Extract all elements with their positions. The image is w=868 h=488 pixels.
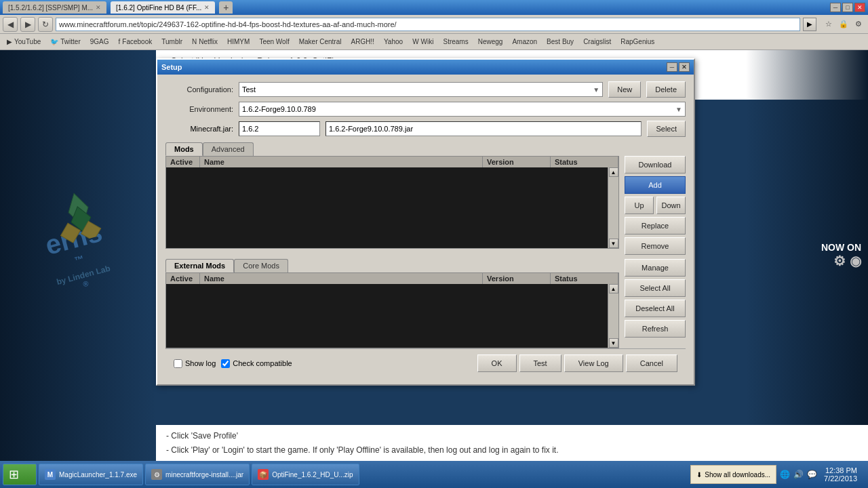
back-btn[interactable]: ◀ — [3, 17, 18, 32]
new-button[interactable]: New — [608, 81, 641, 98]
bottom-table-body[interactable] — [165, 284, 608, 348]
new-tab-btn[interactable]: + — [219, 1, 233, 14]
check-compatible-text: Check compatible — [233, 359, 292, 367]
bookmark-amazon[interactable]: Amazon — [508, 37, 541, 47]
dialog-minimize-btn[interactable]: ─ — [667, 62, 677, 72]
mods-table-body[interactable] — [165, 167, 608, 249]
show-log-label[interactable]: Show log — [174, 359, 216, 368]
bookmark-twitter-label: Twitter — [60, 38, 80, 45]
delete-button[interactable]: Delete — [646, 81, 686, 98]
bookmark-argh-label: ARGH!! — [351, 38, 374, 45]
tab-core-mods[interactable]: Core Mods — [234, 259, 288, 272]
forward-btn[interactable]: ▶ — [20, 17, 35, 32]
address-bar[interactable]: www.minecraftforum.net/topic/249637-162-… — [56, 18, 800, 31]
bookmark-twitter[interactable]: 🐦 Twitter — [46, 37, 84, 47]
show-all-downloads-label: Show all downloads... — [705, 471, 770, 479]
cancel-button[interactable]: Cancel — [626, 354, 677, 372]
bookmark-streams[interactable]: Streams — [439, 37, 472, 47]
environment-label: Environment: — [165, 105, 233, 113]
tab-2[interactable]: [1.6.2] OptiFine HD B4 (FF... ✕ — [111, 1, 215, 14]
bookmark-9gag[interactable]: 9GAG — [86, 37, 113, 47]
bottom-scroll-up[interactable]: ▲ — [609, 284, 618, 293]
bookmark-youtube[interactable]: ▶ YouTube — [3, 37, 45, 47]
view-log-button[interactable]: View Log — [564, 354, 623, 372]
mods-scroll-down[interactable]: ▼ — [609, 239, 618, 248]
network-tray-icon[interactable]: 🌐 — [779, 469, 790, 480]
bottom-table-area: External Mods Core Mods Active Name Vers… — [165, 259, 619, 348]
bookmark-newegg[interactable]: Newegg — [474, 37, 507, 47]
tab-1-close[interactable]: ✕ — [96, 4, 101, 11]
magiclauncher-label: MagicLauncher_1.1.7.exe — [59, 471, 137, 479]
bookmark-wiki[interactable]: W Wiki — [408, 37, 437, 47]
show-log-checkbox[interactable] — [174, 359, 182, 368]
bookmark-argh[interactable]: ARGH!! — [347, 37, 378, 47]
bookmark-wiki-icon: W — [412, 38, 418, 45]
bottom-line-1: - Click 'Save Profile' — [166, 429, 858, 443]
test-button[interactable]: Test — [519, 354, 561, 372]
tab-1-label: [1.5.2/1.6.2] [SSP/SMP] M... — [8, 4, 93, 12]
magiclauncher-icon: M — [45, 469, 56, 480]
minimize-btn[interactable]: ─ — [830, 3, 841, 12]
tab-1[interactable]: [1.5.2/1.6.2] [SSP/SMP] M... ✕ — [3, 1, 106, 14]
volume-tray-icon[interactable]: 🔊 — [793, 469, 804, 480]
tab-advanced[interactable]: Advanced — [203, 142, 254, 156]
tools-icon[interactable]: ⚙ — [852, 18, 865, 31]
taskbar-start[interactable]: ⊞ — [3, 464, 37, 485]
download-button[interactable]: Download — [625, 156, 686, 174]
taskbar-magiclauncher[interactable]: M MagicLauncher_1.1.7.exe — [39, 464, 143, 485]
bookmark-bestbuy[interactable]: Best Buy — [542, 37, 578, 47]
add-button[interactable]: Add — [625, 176, 686, 194]
bookmark-himym[interactable]: HIMYM — [223, 37, 254, 47]
taskbar-forge[interactable]: ⚙ minecraftforge-install....jar — [145, 464, 250, 485]
bookmark-netflix[interactable]: N Netflix — [188, 37, 222, 47]
check-compatible-label[interactable]: Check compatible — [221, 359, 292, 368]
taskbar-optifine[interactable]: 📦 OptiFine_1.6.2_HD_U...zip — [252, 464, 359, 485]
tab-2-close[interactable]: ✕ — [204, 4, 210, 11]
bookmark-yahoo[interactable]: Yahoo — [380, 37, 407, 47]
bookmark-tumblr[interactable]: Tumblr — [157, 37, 186, 47]
deselect-all-button[interactable]: Deselect All — [625, 300, 686, 317]
bookmark-icon[interactable]: ☆ — [822, 18, 835, 31]
dialog-close-btn[interactable]: ✕ — [679, 62, 690, 72]
configuration-label: Configuration: — [165, 85, 233, 94]
bottom-scroll-down[interactable]: ▼ — [609, 338, 618, 348]
check-compatible-checkbox[interactable] — [221, 359, 230, 368]
bookmark-bestbuy-label: Best Buy — [547, 38, 574, 45]
reload-btn[interactable]: ↻ — [38, 17, 53, 32]
mods-scrollbar[interactable]: ▲ ▼ — [608, 167, 619, 249]
bookmark-craigslist[interactable]: Craigslist — [579, 37, 615, 47]
bookmarks-bar: ▶ YouTube 🐦 Twitter 9GAG f Facebook Tumb… — [0, 34, 868, 50]
bookmark-facebook[interactable]: f Facebook — [115, 37, 157, 47]
manage-button[interactable]: Manage — [625, 259, 686, 277]
select-all-button[interactable]: Select All — [625, 279, 686, 297]
go-btn[interactable]: ▶ — [803, 18, 816, 31]
bookmark-rapgenius[interactable]: RapGenius — [616, 37, 658, 47]
tab-external-mods[interactable]: External Mods — [165, 259, 234, 272]
bookmark-teenwolf[interactable]: Teen Wolf — [255, 37, 293, 47]
tab-mods[interactable]: Mods — [165, 142, 203, 156]
configuration-dropdown[interactable]: Test ▼ — [239, 82, 603, 97]
replace-button[interactable]: Replace — [625, 217, 686, 235]
bookmark-maker[interactable]: Maker Central — [295, 37, 346, 47]
mods-scroll-up[interactable]: ▲ — [609, 167, 618, 177]
up-button[interactable]: Up — [625, 197, 654, 214]
chat-tray-icon[interactable]: 💬 — [806, 469, 817, 480]
down-button[interactable]: Down — [656, 197, 686, 214]
maximize-btn[interactable]: □ — [842, 3, 853, 12]
environment-dropdown[interactable]: 1.6.2-Forge9.10.0.789 ▼ — [239, 102, 686, 117]
ok-button[interactable]: OK — [477, 354, 517, 372]
bottom-th-name: Name — [200, 273, 483, 284]
select-button[interactable]: Select — [647, 121, 686, 137]
bottom-scrollbar[interactable]: ▲ ▼ — [608, 284, 619, 348]
tab-2-label: [1.6.2] OptiFine HD B4 (FF... — [116, 4, 201, 12]
remove-button[interactable]: Remove — [625, 237, 686, 255]
bookmark-9gag-label: 9GAG — [90, 38, 109, 45]
configuration-dropdown-arrow: ▼ — [593, 86, 599, 94]
forge-label: minecraftforge-install....jar — [165, 471, 243, 479]
security-icon[interactable]: 🔒 — [837, 18, 850, 31]
close-btn[interactable]: ✕ — [854, 3, 865, 12]
show-all-downloads-btn[interactable]: ⬇ Show all downloads... — [690, 465, 776, 484]
minecraft-jar-input2[interactable]: 1.6.2-Forge9.10.0.789.jar — [326, 121, 642, 136]
minecraft-jar-input1[interactable]: 1.6.2 — [239, 121, 320, 136]
refresh-button[interactable]: Refresh — [625, 320, 686, 338]
